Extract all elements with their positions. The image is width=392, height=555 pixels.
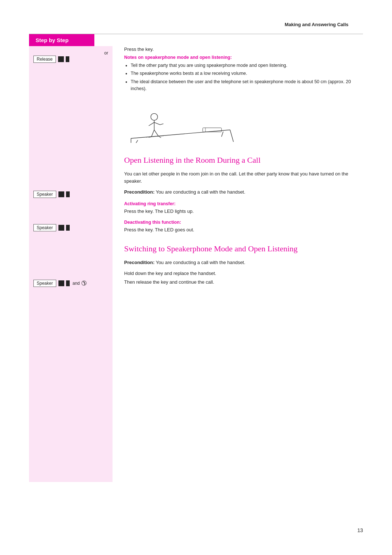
speaker-led-1b (66, 191, 70, 197)
svg-line-11 (160, 123, 163, 125)
precondition2-body: You are conducting a call with the hands… (155, 260, 245, 265)
speaker-led-1 (58, 191, 64, 197)
precondition2-text: Precondition: You are conducting a call … (124, 259, 363, 266)
speaker-key-label-1: Speaker (37, 192, 53, 197)
and-label: and (73, 281, 80, 286)
speaker-led-3 (58, 280, 64, 286)
page-number: 13 (357, 527, 363, 533)
svg-line-0 (131, 130, 230, 138)
precondition1-label: Precondition: (124, 189, 155, 195)
section2-title: Switching to Speakerphone Mode and Open … (124, 244, 363, 254)
section1-desc: You can let other people in the room joi… (124, 170, 363, 185)
illustration-svg (124, 98, 240, 145)
speaker-key-row-2: Speaker (33, 224, 108, 231)
speaker-key-label-2: Speaker (37, 225, 53, 230)
activating-heading: Activating ring transfer: (124, 201, 363, 206)
speaker-led-2 (58, 225, 64, 231)
content-area: Press the key. Notes on speakerphone mod… (113, 34, 392, 482)
action-text-2: Then release the key and continue the ca… (124, 279, 363, 286)
deactivating-heading: Deactivating this function: (124, 220, 363, 225)
speaker-led-3b (66, 280, 70, 286)
header-title: Making and Answering Calls (285, 22, 348, 27)
sidebar-spacer-2 (33, 199, 108, 221)
or-label: or (104, 50, 108, 56)
bullet-item-2: The speakerphone works bests at a low re… (131, 70, 363, 77)
sidebar: Step by Step or Release (29, 34, 113, 482)
svg-line-13 (154, 130, 158, 136)
bullet-item-3: The ideal distance between the user and … (131, 78, 363, 93)
section1-title: Open Listening in the Room During a Call (124, 155, 363, 166)
notes-list: Tell the other party that you are using … (131, 62, 363, 93)
release-led (58, 56, 64, 62)
speaker-key-label-3: Speaker (37, 281, 53, 286)
precondition1-text: Precondition: You are conducting a call … (124, 189, 363, 196)
speaker-led-2b (66, 225, 70, 231)
precondition2-label: Precondition: (124, 260, 155, 265)
speaker-and-handset-row: Speaker and ✆ (33, 279, 108, 287)
speaker-key-box-1: Speaker (33, 191, 56, 198)
action-text-1: Hold down the key and replace the handse… (124, 270, 363, 277)
release-led2 (66, 56, 69, 62)
speaker-key-row-1: Speaker (33, 191, 108, 198)
speaker-key-box-2: Speaker (33, 224, 56, 231)
speaker-key-box-3: Speaker (33, 280, 56, 287)
release-key-box: Release (33, 56, 56, 63)
step-by-step-banner: Step by Step (29, 34, 94, 46)
sidebar-spacer-1 (33, 64, 108, 188)
svg-line-9 (154, 122, 160, 125)
svg-line-12 (151, 130, 154, 137)
step-by-step-label: Step by Step (36, 37, 69, 43)
sidebar-pink-bg: or Release Speaker (29, 46, 113, 482)
bullet-item-1: Tell the other party that you are using … (131, 62, 363, 69)
content-top-spacer (124, 34, 363, 45)
handset-icon: ✆ (81, 279, 87, 287)
page-header: Making and Answering Calls (0, 22, 392, 27)
svg-line-10 (149, 122, 154, 125)
svg-point-7 (151, 113, 158, 120)
svg-line-3 (136, 140, 138, 143)
notes-heading: Notes on speakerphone mode and open list… (124, 55, 363, 60)
release-key-row: Release (33, 56, 108, 63)
precondition1-body: You are conducting a call with the hands… (155, 189, 245, 195)
svg-line-1 (230, 130, 233, 142)
main-layout: Step by Step or Release (0, 34, 392, 482)
svg-line-4 (221, 131, 223, 137)
illustration (124, 98, 240, 145)
activating-text: Press the key. The LED lights up. (124, 208, 363, 215)
release-key-label: Release (37, 57, 53, 62)
press-key-text: Press the key. (124, 46, 363, 52)
page-container: Making and Answering Calls Step by Step … (0, 0, 392, 555)
sidebar-spacer-3 (33, 233, 108, 276)
deactivating-text: Press the key. The LED goes out. (124, 226, 363, 234)
